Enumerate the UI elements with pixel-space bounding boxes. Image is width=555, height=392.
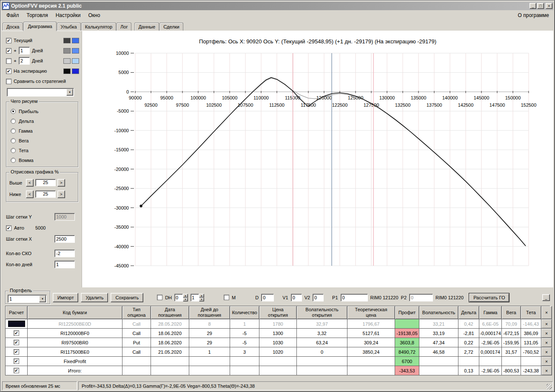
about-menu-item[interactable]: О программе [518,12,552,18]
row-calc-cell-2[interactable]: ✔ [6,338,28,347]
svg-text:112500: 112500 [269,102,285,108]
draw-option-1[interactable]: Дельта [9,116,76,126]
row-checkbox-5[interactable]: ✔ [14,368,19,373]
cell-r2-c12: -159,95 [502,338,521,347]
row-calc-cell-4[interactable]: ✔ [6,357,28,366]
series-checkbox-3[interactable]: ✔ [6,68,11,74]
row-delete-button-2[interactable]: × [541,338,552,347]
collapse-panel-button[interactable]: _ [542,294,550,301]
render-pct-value-0: 25 [35,179,56,186]
dh-spin1-input[interactable] [174,294,183,301]
row-calc-cell-3[interactable]: ✔ [6,347,28,357]
row-checkbox-2[interactable]: ✔ [14,340,19,345]
resize-grip[interactable] [546,384,552,389]
close-button[interactable]: × [546,3,552,9]
row-delete-button-3[interactable]: × [541,347,552,357]
row-checkbox-4[interactable]: ✔ [14,358,19,364]
grid-step-x-row: Шаг сетки X [6,233,79,244]
d-input[interactable] [261,294,274,301]
decrease-button[interactable]: < [26,179,34,187]
tab-5[interactable]: Данные [134,23,159,31]
row-calc-cell-5[interactable]: ✔ [6,366,28,375]
draw-option-label-3: Вега [19,138,28,143]
row-delete-button-5[interactable]: × [541,366,552,375]
cell-r4-c0: FixedProfit [28,357,122,366]
auto-checkbox[interactable]: ✔ [6,225,11,231]
increase-button[interactable]: > [57,190,65,198]
spin-up-icon[interactable]: ▲ [199,294,204,298]
m-checkbox[interactable] [224,295,229,300]
grid-step-x-input[interactable] [54,235,75,243]
tab-4[interactable]: Лог [117,23,131,31]
column-header-13: Вега [502,306,521,319]
svg-text:-40000: -40000 [114,244,129,249]
strategy-dropdown[interactable]: ▼ [7,88,74,97]
minimize-button[interactable]: _ [529,3,536,9]
days-count-input[interactable] [54,261,75,268]
title-bar[interactable]: OptionFVV версия 2.1 public _ □ × [2,2,553,10]
column-header-15[interactable]: × [541,306,552,319]
tab-6[interactable]: Сделки [159,23,183,31]
row-calc-cell-0[interactable] [6,319,28,329]
portfolio-bar: Портфель 1 ▼ Импорт Удалить Сохранить DH… [2,287,553,306]
compare-strategy-checkbox[interactable] [6,79,11,84]
row-checkbox-3[interactable]: ✔ [14,349,19,355]
draw-option-0[interactable]: Прибыль [9,106,76,116]
series-checkbox-2[interactable] [6,58,11,64]
menu-item-3[interactable]: Окно [85,11,104,20]
spin-down-icon[interactable]: ▼ [183,298,188,301]
decrease-button[interactable]: < [26,190,34,198]
series-days-input-1[interactable] [19,47,30,54]
series-checkbox-0[interactable]: ✔ [6,38,11,43]
draw-option-3[interactable]: Вега [9,136,76,145]
dh-checkbox[interactable] [157,295,162,300]
menu-item-0[interactable]: Файл [3,11,23,20]
svg-text:-45000: -45000 [114,263,129,268]
profit-chart[interactable]: 1000050000-5000-10000-15000-20000-25000-… [82,46,554,284]
row-calc-cell-1[interactable]: ✔ [6,329,28,338]
series-days-input-2[interactable] [19,57,30,65]
increase-button[interactable]: > [57,179,65,187]
draw-option-2[interactable]: Гамма [9,126,76,136]
compare-strategy-row: Сравнить со стратегией [6,76,79,86]
menu-item-2[interactable]: Настройки [52,11,85,20]
grid-step-y-input[interactable] [54,213,75,221]
cell-r3-c5: 1020 [259,347,297,357]
v2-input[interactable] [313,294,324,301]
p2-input[interactable] [409,294,433,301]
p1-input[interactable] [341,294,368,301]
auto-value: 5000 [35,225,46,230]
save-button[interactable]: Сохранить [111,293,143,302]
maximize-button[interactable]: □ [537,3,544,9]
auto-label: Авто [14,225,24,230]
v1-input[interactable] [291,294,302,301]
dropdown-arrow-icon[interactable]: ▼ [39,295,46,302]
d-label: D [255,295,259,300]
row-checkbox-1[interactable]: ✔ [14,330,19,336]
menu-item-1[interactable]: Торговля [23,11,52,20]
draw-option-4[interactable]: Тета [9,145,76,155]
draw-option-5[interactable]: Вомма [9,155,76,165]
cell-r1-c12: -672,15 [502,329,521,338]
delete-button[interactable]: Удалить [81,293,108,302]
series-checkbox-1[interactable]: ✔ [6,48,11,54]
tab-2[interactable]: Улыбка [57,23,81,31]
row-delete-button-4[interactable]: × [541,357,552,366]
spin-up-icon[interactable]: ▲ [183,294,188,298]
dh-spin2-input[interactable] [191,294,199,301]
dropdown-arrow-icon[interactable]: ▼ [66,89,73,96]
row-delete-button-1[interactable]: × [541,329,552,338]
tab-1[interactable]: Диаграмма [23,22,56,31]
draw-options-group: Чего рисуем ПрибыльДельтаГаммаВегаТетаВо… [6,102,78,167]
tab-0[interactable]: Доска [3,23,23,31]
row-delete-button-0[interactable]: × [541,319,552,329]
cell-r4-c6 [297,357,347,366]
svg-text:-30000: -30000 [114,205,129,210]
import-button[interactable]: Импорт [53,293,78,302]
spin-down-icon[interactable]: ▼ [199,298,204,301]
portfolio-select[interactable]: 1 ▼ [8,295,47,303]
sko-count-input[interactable] [54,250,75,257]
cell-r0-c2: 28.05.2020 [151,319,189,329]
tab-3[interactable]: Калькулятор [81,23,116,31]
calc-go-button[interactable]: Рассчитать ГО [469,293,509,302]
